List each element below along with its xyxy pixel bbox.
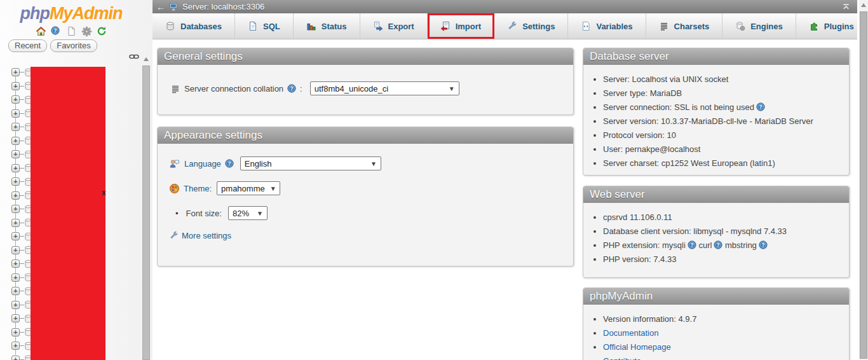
tab-engines[interactable]: Engines [722,13,796,39]
server-icon [169,2,179,11]
back-arrow-icon[interactable]: ← [153,2,169,12]
expand-plus-icon[interactable]: + [11,150,20,158]
font-size-value: 82% [233,209,249,218]
svg-text:?: ? [53,27,57,34]
link-icon[interactable] [129,53,139,60]
list-item: Contribute [603,355,849,360]
sidebar: phpMyAdmin ? Recent Favorites ++++++++++… [0,0,153,360]
tab-label: Plugins [824,22,854,31]
panel-title: Appearance settings [158,127,573,144]
tree-connector [20,127,24,127]
database-icon [165,21,175,31]
bullet: • [175,209,179,218]
phpmyadmin-list: Version information: 4.9.7DocumentationO… [583,313,849,360]
expand-plus-icon[interactable]: + [11,342,20,350]
help-icon[interactable]: ? [51,26,62,37]
expand-plus-icon[interactable]: + [11,219,20,227]
refresh-icon[interactable] [97,26,107,37]
tree-connector [20,277,24,278]
list-text: cpsrvd 11.106.0.11 [603,212,672,222]
variables-icon [581,21,591,31]
list-item: Server version: 10.3.37-MariaDB-cll-lve … [603,115,849,127]
svg-text:?: ? [717,242,720,248]
tab-sql[interactable]: SQL [235,13,294,39]
tab-export[interactable]: Export [360,13,428,39]
page-scrollbar-thumb[interactable] [860,11,867,359]
engines-icon [735,21,745,31]
list-text: Version information: 4.9.7 [603,314,696,324]
list-text: Server: Localhost via UNIX socket [603,74,728,84]
expand-plus-icon[interactable]: + [11,82,20,90]
help-icon[interactable]: ? [759,240,768,249]
tab-settings[interactable]: Settings [494,13,568,39]
help-icon[interactable]: ? [287,84,296,93]
tab-label: Databases [180,22,222,31]
expand-plus-icon[interactable]: + [11,260,20,268]
expand-plus-icon[interactable]: + [11,205,20,213]
list-item: Official Homepage [603,341,849,353]
tab-plugins[interactable]: Plugins [796,13,867,39]
tab-charsets[interactable]: Charsets [646,13,723,39]
list-text: mbstring [722,240,756,250]
expand-plus-icon[interactable]: + [11,314,20,322]
sidebar-scrollbar-thumb[interactable] [142,66,150,360]
recent-tab[interactable]: Recent [8,39,47,52]
help-icon[interactable]: ? [714,240,722,249]
list-text: User: pernakpe@localhost [603,144,700,154]
expand-plus-icon[interactable]: + [11,109,20,118]
expand-plus-icon[interactable]: + [11,328,20,336]
expand-plus-icon[interactable]: + [11,123,20,131]
expand-plus-icon[interactable]: + [11,137,20,145]
link[interactable]: Official Homepage [603,342,671,352]
list-text: Server version: 10.3.37-MariaDB-cll-lve … [603,116,813,126]
expand-plus-icon[interactable]: + [11,287,20,295]
expand-plus-icon[interactable]: + [11,191,20,200]
scroll-to-top-icon[interactable] [841,2,851,11]
tab-databases[interactable]: Databases [153,13,235,39]
list-item: Version information: 4.9.7 [603,313,849,325]
expand-plus-icon[interactable]: + [11,164,20,172]
expand-plus-icon[interactable]: + [11,273,20,282]
tree-connector [20,181,24,182]
sidebar-scrollbar[interactable] [142,54,151,360]
link[interactable]: Contribute [603,356,641,360]
scroll-up-arrow[interactable] [144,57,149,61]
more-settings-link[interactable]: More settings [169,231,562,240]
collation-value: utf8mb4_unicode_ci [315,84,388,93]
sidebar-nav-icons: ? [0,26,142,37]
link[interactable]: Documentation [603,328,658,338]
tab-variables[interactable]: Variables [568,13,646,39]
scroll-up-arrow[interactable] [861,3,866,7]
list-text: PHP version: 7.4.33 [603,254,676,264]
font-size-select[interactable]: 82% ▼ [228,206,268,220]
tree-connector [20,86,24,87]
page-scrollbar[interactable] [859,0,868,360]
expand-plus-icon[interactable]: + [11,356,20,360]
expand-plus-icon[interactable]: + [11,301,20,309]
redaction-overlay [31,67,105,360]
collation-select[interactable]: utf8mb4_unicode_ci ▼ [310,81,459,95]
phpmyadmin-logo[interactable]: phpMyAdmin [0,4,142,24]
tab-status[interactable]: Status [294,13,360,39]
list-text: Protocol version: 10 [603,130,676,140]
tab-label: Charsets [674,22,710,31]
server-tabbar: DatabasesSQLStatusExportImportSettingsVa… [153,13,857,39]
tab-import[interactable]: Import [428,13,494,39]
expand-plus-icon[interactable]: + [11,177,20,186]
tree-connector [20,291,24,291]
home-icon[interactable] [36,26,46,37]
panel-title: General settings [158,48,573,65]
docs-icon[interactable] [66,26,77,37]
help-icon[interactable]: ? [756,102,765,111]
gear-icon[interactable] [81,26,92,37]
favorites-tab[interactable]: Favorites [50,39,97,52]
help-icon[interactable]: ? [688,240,696,249]
list-item: Server type: MariaDB [603,87,849,99]
expand-plus-icon[interactable]: + [11,68,20,76]
expand-plus-icon[interactable]: + [11,246,20,254]
help-icon[interactable]: ? [225,159,234,168]
language-select[interactable]: English ▼ [240,156,381,170]
theme-select[interactable]: pmahomme ▼ [217,181,280,195]
expand-plus-icon[interactable]: + [11,232,20,240]
expand-plus-icon[interactable]: + [11,95,20,104]
